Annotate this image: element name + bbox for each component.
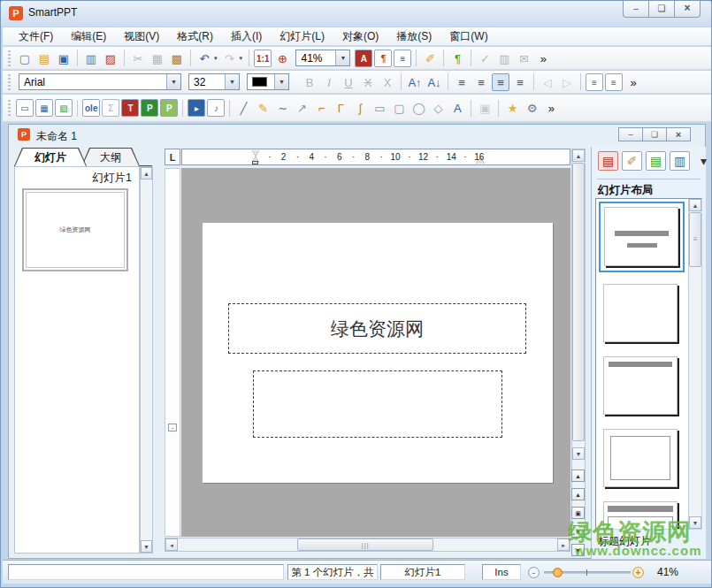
insert-ole-object-icon[interactable]: ole: [82, 99, 100, 117]
toolbar-grip[interactable]: [8, 74, 11, 90]
formatting-marks-icon[interactable]: ¶: [448, 50, 466, 67]
strikethrough-icon[interactable]: X: [359, 73, 377, 91]
insert-audio-icon[interactable]: ♪: [207, 99, 225, 117]
draw-rectangle-icon[interactable]: ▭: [371, 99, 388, 117]
format-painter-icon[interactable]: ✐: [421, 50, 439, 67]
font-name-combo[interactable]: Arial ▼: [19, 73, 181, 90]
align-left-icon[interactable]: ≡: [453, 73, 471, 91]
align-right-icon[interactable]: ≡: [472, 73, 490, 91]
document-minimize-button[interactable]: –: [618, 127, 643, 141]
document-maximize-button[interactable]: ❏: [642, 127, 667, 141]
copy-icon[interactable]: ▦: [149, 50, 166, 67]
paragraph-settings-icon[interactable]: ¶: [374, 50, 392, 67]
layout-thumb-title-only[interactable]: [603, 356, 678, 415]
basic-shapes-icon[interactable]: ◇: [429, 99, 447, 117]
menu-edit[interactable]: 编辑(E): [62, 27, 115, 46]
toolbar2-overflow-icon[interactable]: »: [624, 73, 642, 91]
new-file-icon[interactable]: ▢: [16, 50, 34, 67]
draw-ellipse-icon[interactable]: ◯: [410, 99, 427, 117]
redo-caret-icon[interactable]: ▾: [240, 55, 243, 62]
layout-pane-icon[interactable]: ▤: [598, 151, 618, 171]
spellcheck-icon[interactable]: ✓: [476, 50, 494, 67]
draw-arrow-icon[interactable]: ↗: [293, 99, 310, 117]
numbered-list-icon[interactable]: ≡: [605, 73, 623, 91]
underline-icon[interactable]: U: [340, 73, 357, 91]
last-slide-icon[interactable]: ▼: [571, 544, 585, 556]
italic-icon[interactable]: I: [320, 73, 338, 91]
font-size-combo[interactable]: 32 ▼: [188, 73, 240, 90]
font-color-combo[interactable]: ▼: [247, 73, 289, 90]
slide-thumbnail[interactable]: 绿色资源网: [22, 188, 128, 271]
color-scheme-pane-icon[interactable]: ▤: [646, 151, 666, 171]
first-slide-icon[interactable]: ▲: [571, 470, 585, 482]
group-objects-icon[interactable]: ▣: [476, 99, 494, 117]
zoom-combo[interactable]: 41% ▼: [295, 50, 350, 66]
toolbar1-overflow-icon[interactable]: »: [534, 50, 552, 67]
next-slide-icon[interactable]: ▼: [571, 525, 585, 538]
canvas-scroll-up-icon[interactable]: ▲: [572, 149, 585, 162]
cut-icon[interactable]: ✂: [129, 50, 147, 67]
font-size-caret-icon[interactable]: ▼: [225, 74, 239, 89]
slides-panel-scrollbar[interactable]: ▲ ▼: [140, 166, 153, 554]
layout-thumb-content[interactable]: [603, 429, 678, 487]
font-name-caret-icon[interactable]: ▼: [166, 74, 180, 89]
layout-scroll-down-icon[interactable]: ▼: [689, 516, 701, 529]
font-color-caret-icon[interactable]: ▼: [274, 74, 288, 89]
word-art-icon[interactable]: A: [448, 99, 466, 117]
toolbox-icon[interactable]: ⚙: [523, 99, 540, 117]
pane-menu-icon[interactable]: ▾: [693, 151, 712, 171]
slide[interactable]: 绿色资源网: [203, 223, 553, 483]
bullet-list-icon[interactable]: ≡: [586, 73, 603, 91]
draw-rounded-rectangle-icon[interactable]: ▢: [390, 99, 408, 117]
indent-marker-top-icon[interactable]: [252, 150, 259, 157]
animation-pane-icon[interactable]: ▥: [670, 151, 690, 171]
numbering-settings-icon[interactable]: ≡: [394, 50, 411, 67]
menu-play[interactable]: 播放(S): [387, 27, 440, 46]
zoom-combo-caret-icon[interactable]: ▼: [335, 50, 349, 65]
toolbar-grip[interactable]: [8, 50, 11, 66]
scroll-down-icon[interactable]: ▼: [141, 540, 152, 553]
canvas-scroll-down-icon[interactable]: ▼: [572, 447, 585, 460]
send-mail-icon[interactable]: ✉: [515, 50, 532, 67]
zoom-tool-icon[interactable]: ⊕: [273, 50, 291, 67]
print-icon[interactable]: ▥: [82, 50, 100, 67]
insert-text-art-icon[interactable]: T: [121, 99, 139, 117]
effects-star-icon[interactable]: ★: [503, 99, 521, 117]
layout-thumb-title-slide[interactable]: [599, 202, 685, 272]
insert-video-icon[interactable]: ▸: [188, 99, 205, 117]
design-pane-icon[interactable]: ✐: [622, 151, 642, 171]
toolbar3-overflow-icon[interactable]: »: [542, 99, 560, 117]
insert-image-icon[interactable]: ▧: [55, 99, 73, 117]
canvas-scroll-left-icon[interactable]: ◂: [165, 538, 178, 551]
bold-icon[interactable]: B: [301, 73, 318, 91]
paste-icon[interactable]: ▩: [168, 50, 186, 67]
menu-insert[interactable]: 插入(I): [222, 27, 271, 46]
layout-listbox-scrollbar[interactable]: ▲ ≡ ▼: [688, 199, 701, 529]
previous-slide-icon[interactable]: ▲: [571, 488, 585, 500]
draw-freehand-icon[interactable]: ✎: [254, 99, 272, 117]
layout-scroll-thumb[interactable]: ≡: [689, 212, 701, 267]
gallery-icon[interactable]: ▥: [495, 50, 513, 67]
scroll-up-icon[interactable]: ▲: [141, 167, 152, 179]
canvas-scroll-right-icon[interactable]: ▸: [557, 538, 570, 551]
minimize-button[interactable]: –: [623, 1, 649, 18]
ruler-corner-button[interactable]: L: [165, 149, 180, 165]
layout-thumb-blank[interactable]: [603, 284, 678, 342]
font-color-icon[interactable]: A: [355, 50, 372, 67]
draw-line-icon[interactable]: ╱: [234, 99, 252, 117]
menu-slide[interactable]: 幻灯片(L): [271, 27, 333, 46]
insert-placeholder-content-icon[interactable]: P: [160, 99, 178, 117]
slide-navigator-icon[interactable]: ▣: [571, 507, 585, 519]
menu-file[interactable]: 文件(F): [10, 27, 62, 46]
undo-icon[interactable]: ↶: [195, 50, 213, 67]
indent-marker-square-icon[interactable]: [252, 161, 258, 164]
export-pdf-icon[interactable]: ▨: [102, 50, 119, 67]
menu-format[interactable]: 格式(R): [168, 27, 222, 46]
canvas-vertical-scroll-thumb[interactable]: [572, 163, 585, 441]
redo-icon[interactable]: ↷: [221, 50, 239, 67]
connector-elbow-icon[interactable]: Γ: [332, 99, 349, 117]
canvas-horizontal-scroll-thumb[interactable]: |||: [297, 538, 433, 551]
undo-caret-icon[interactable]: ▾: [214, 55, 218, 62]
zoom-out-icon[interactable]: -: [528, 567, 540, 578]
subtitle-placeholder[interactable]: [253, 370, 502, 438]
